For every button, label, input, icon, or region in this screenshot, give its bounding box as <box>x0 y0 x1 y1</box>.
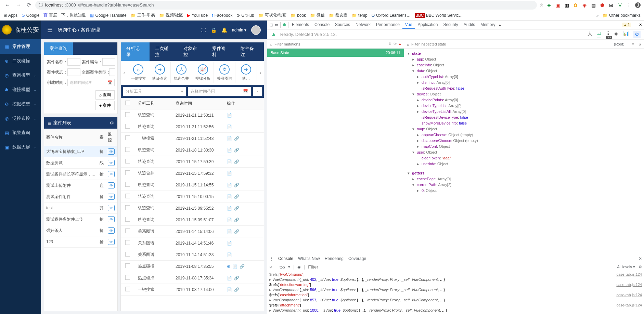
link-icon[interactable]: 🔗 <box>234 148 239 153</box>
doc-icon[interactable]: 📄 <box>227 206 232 211</box>
case-name-input[interactable] <box>67 58 80 66</box>
tool-button[interactable]: 📈规律分析 <box>192 62 214 83</box>
inspect-icon[interactable]: ⬚ <box>269 23 273 27</box>
drawer-tab-console[interactable]: Console <box>278 256 293 261</box>
avatar[interactable] <box>251 25 261 35</box>
tree-node[interactable]: ▸ appearChoose: Object (empty) <box>408 132 641 138</box>
tool-button[interactable]: 人轨迹合并 <box>171 62 192 83</box>
getters-section[interactable]: getters <box>412 171 425 175</box>
state-section[interactable]: state <box>412 51 421 55</box>
row-checkbox[interactable] <box>125 159 130 163</box>
export-icon[interactable]: ⎘ <box>639 42 641 46</box>
doc-icon[interactable]: 📄 <box>227 229 232 234</box>
devtools-tab[interactable]: Console <box>312 21 332 29</box>
close-icon[interactable]: ✕ <box>639 256 642 261</box>
sidebar-item[interactable]: ▤预警查询 <box>0 126 41 140</box>
add-case-button[interactable]: + 案件 <box>95 101 115 110</box>
tree-node[interactable]: ▸ app: Object <box>408 56 641 62</box>
case-id-input[interactable] <box>102 58 115 66</box>
base-state-row[interactable]: Base State 20:06:11 <box>267 49 404 57</box>
tool-button[interactable]: ➜轨… <box>235 62 257 83</box>
tree-node[interactable]: ▸ 0: Object <box>408 188 641 194</box>
row-checkbox[interactable] <box>125 228 130 233</box>
link-icon[interactable]: 🔗 <box>234 183 239 187</box>
tree-node[interactable]: isRequestDeviceType: false <box>408 115 641 120</box>
bookmark[interactable]: O Oxford Learner's… <box>372 13 411 18</box>
row-checkbox[interactable] <box>125 252 130 257</box>
analysis-tab[interactable]: 对象布控 <box>178 42 207 61</box>
tab-case-search[interactable]: 案件查询 <box>44 42 73 55</box>
sidebar-item[interactable]: ✱碰撞模型⌄ <box>0 82 41 97</box>
bookmark-folder[interactable]: 📁 可视化/动画 <box>258 12 286 18</box>
forward-icon[interactable]: → <box>14 2 23 8</box>
link-icon[interactable]: 🔗 <box>234 276 239 280</box>
sidebar-item[interactable]: ▦案件管理 <box>0 39 41 54</box>
link-icon[interactable]: 🔗 <box>234 287 239 292</box>
row-checkbox[interactable] <box>125 240 130 245</box>
gear-icon[interactable]: ⚙ <box>639 265 642 269</box>
url-input[interactable]: ⓘ localhost:3000/#/case-handle?tabName=c… <box>35 1 537 10</box>
eye-icon[interactable]: ◉ <box>297 265 301 269</box>
bookmark[interactable]: BBC BBC World Servic… <box>415 13 463 18</box>
doc-icon[interactable]: 📄 <box>227 159 232 164</box>
link-icon[interactable]: 🔗 <box>234 159 239 164</box>
devtools-tab[interactable]: Security <box>440 21 461 29</box>
bookmark-folder[interactable]: 📁 工作-甲易 <box>131 12 155 18</box>
bookmark-folder[interactable]: 📁 盘友圈 <box>329 12 348 18</box>
tree-node[interactable]: ▸ userInfo: Object <box>408 161 641 167</box>
doc-icon[interactable]: 📄 <box>227 241 232 246</box>
date-range-input[interactable]: 选择时间范围📅 <box>67 79 115 86</box>
bookmark[interactable]: ⊙ GitHub <box>236 13 254 18</box>
tree-node[interactable]: isRequestAuthType: false <box>408 86 641 91</box>
table-row[interactable]: 测试上传附件盗👁 <box>44 180 117 191</box>
events-icon[interactable]: ⠿688 <box>606 31 609 38</box>
analysis-tab[interactable]: 案件资料 <box>207 42 235 61</box>
collapse-icon[interactable]: ≡ <box>632 42 634 46</box>
scroll-right-icon[interactable]: › <box>257 70 264 76</box>
tree-node[interactable]: ▸ authTypeList: Array[0] <box>408 74 641 80</box>
scroll-left-icon[interactable]: ‹ <box>121 70 128 76</box>
close-icon[interactable]: ✕ <box>639 23 642 27</box>
bookmark-folder[interactable]: 📁 微信 <box>310 12 325 18</box>
analysis-tab[interactable]: 二次碰撞 <box>150 42 178 61</box>
sidebar-item[interactable]: ▣数据大屏⌄ <box>0 140 41 154</box>
doc-icon[interactable]: 📄 <box>227 287 232 292</box>
case-type-input[interactable] <box>109 68 115 76</box>
monitor-button[interactable]: 👁 <box>108 182 115 188</box>
row-checkbox[interactable] <box>125 287 130 291</box>
tool-button[interactable]: ➜轨迹查询 <box>149 62 171 83</box>
tree-node[interactable]: ▾ device: Object <box>408 91 641 97</box>
link-icon[interactable]: 🔗 <box>234 218 239 222</box>
tool-button[interactable]: ⌕一键搜索 <box>128 62 149 83</box>
overflow-icon[interactable]: » <box>499 23 501 27</box>
more-button[interactable]: › <box>253 87 262 96</box>
devtools-tab[interactable]: Audits <box>461 21 478 29</box>
reload-icon[interactable]: ⟳ <box>25 2 33 8</box>
tree-node[interactable]: ▸ distrinct: Array[0] <box>408 80 641 86</box>
drawer-menu-icon[interactable]: ⋮ <box>269 256 273 261</box>
doc-icon[interactable]: 📄 <box>227 194 232 199</box>
devtools-tab[interactable]: Performance <box>373 21 402 29</box>
tree-node[interactable]: ▾ currentPath: Array[2] <box>408 182 641 188</box>
tree-node[interactable]: ▸ devicePoints: Array[0] <box>408 97 641 103</box>
tree-node[interactable]: ▸ cachePage: Array[0] <box>408 176 641 182</box>
bookmark-folder[interactable]: 📁 temp <box>352 13 368 18</box>
cube-icon[interactable]: ⬢ <box>283 23 286 27</box>
avatar-icon[interactable]: J <box>635 2 641 8</box>
monitor-button[interactable]: 👁 <box>108 148 115 155</box>
link-icon[interactable]: 🔗 <box>234 136 239 141</box>
source-link[interactable]: case-tab.js:124 <box>616 282 642 287</box>
monitor-button[interactable]: 👁 <box>108 160 115 166</box>
plus-icon[interactable]: ⊕ <box>227 264 230 269</box>
row-checkbox[interactable] <box>125 205 130 210</box>
monitor-button[interactable]: 👁 <box>108 227 115 234</box>
doc-icon[interactable]: 📄 <box>227 171 232 176</box>
perf-icon[interactable]: 📊 <box>623 31 629 38</box>
lock-icon[interactable]: 🔒 <box>211 27 217 33</box>
filter-mutations-input[interactable] <box>274 42 386 46</box>
bookmark[interactable]: ▦ Google Translate <box>90 13 126 18</box>
ext-icon[interactable]: ✿ <box>573 2 578 8</box>
tree-node[interactable]: ▸ deviceTypeListAll: Array[0] <box>408 109 641 115</box>
console-filter-input[interactable] <box>308 264 614 270</box>
drawer-tab[interactable]: Rendering <box>325 256 344 261</box>
